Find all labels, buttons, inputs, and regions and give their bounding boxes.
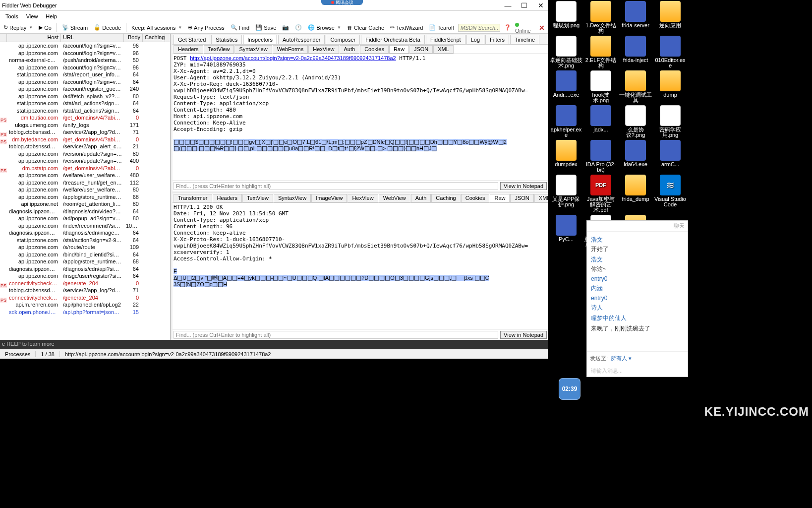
- col-caching[interactable]: Caching: [143, 34, 165, 42]
- tearoff-button[interactable]: 📄 Tearoff: [427, 23, 456, 32]
- session-row[interactable]: api.ippzone.com /applog/store_runtime_lo…: [0, 258, 170, 265]
- stream-button[interactable]: 📡 Stream: [60, 23, 90, 32]
- request-subtab-textview[interactable]: TextView: [204, 45, 234, 54]
- session-row[interactable]: PS dm.pstatp.com /get_domains/v4/?abi=ar…: [0, 165, 170, 172]
- desktop-icon[interactable]: ida64.exe: [619, 140, 652, 173]
- maximize-button[interactable]: ☐: [516, 0, 532, 11]
- desktop-icon[interactable]: dump: [653, 70, 687, 103]
- toolbar-close-icon[interactable]: ✕: [537, 24, 546, 32]
- request-url[interactable]: http://api.ippzone.com/account/login?sig…: [190, 55, 396, 61]
- menu-help[interactable]: Help: [42, 12, 61, 20]
- desktop-icon[interactable]: frida-inject: [619, 36, 652, 68]
- session-row[interactable]: diagnosis.ippzone.com /diagnosis/cdn/api…: [0, 265, 170, 273]
- session-row[interactable]: api.ippzone.com /s/route/route 109: [0, 244, 170, 251]
- clear-cache-button[interactable]: 🗑 Clear Cache: [345, 24, 386, 32]
- response-subtab-raw[interactable]: Raw: [490, 194, 510, 202]
- desktop-icon[interactable]: PDF Java加密与解密的艺术.pdf: [584, 175, 618, 213]
- desktop-icon[interactable]: 乂是APP保护.png: [549, 175, 583, 213]
- tab-statistics[interactable]: Statistics: [211, 35, 242, 44]
- any-process-button[interactable]: ⊕ Any Process: [186, 23, 227, 32]
- find-button[interactable]: 🔍 Find: [229, 23, 251, 32]
- session-row[interactable]: api.ippzone.com /treasure_hunt/get_entr.…: [0, 179, 170, 187]
- desktop-icon[interactable]: apkhelper.exe: [549, 105, 583, 138]
- desktop-icon[interactable]: frida_dump: [619, 175, 652, 213]
- session-row[interactable]: diagnosis.ippzone.com /diagnosis/cdn/vid…: [0, 208, 170, 215]
- chat-recipient-dropdown[interactable]: 所有人 ▾: [611, 355, 632, 362]
- menu-tools[interactable]: Tools: [1, 12, 22, 20]
- session-row[interactable]: PS dm.bytedance.com /get_domains/v4/?abi…: [0, 136, 170, 143]
- save-button[interactable]: 💾 Save: [253, 23, 278, 32]
- text-wizard-button[interactable]: ✏ TextWizard: [388, 23, 425, 32]
- request-subtab-syntaxview[interactable]: SyntaxView: [234, 45, 272, 54]
- tab-get-started[interactable]: Get Started: [174, 35, 210, 44]
- session-row[interactable]: stat.ippzone.com /stat/report_user_info?…: [0, 71, 170, 78]
- session-row[interactable]: api.ippzone.com /ad/popup_ad?sign=v2-f..…: [0, 215, 170, 222]
- session-row[interactable]: api.m.renren.com /api/phoneclient/opLog2…: [0, 301, 170, 309]
- session-row[interactable]: PS toblog.ctobsnssdk.c... /service/2/app…: [0, 128, 170, 136]
- tab-autoresponder[interactable]: AutoResponder: [278, 35, 325, 44]
- desktop-icon[interactable]: ≋ Visual Studio Code: [653, 175, 687, 213]
- tab-inspectors[interactable]: Inspectors: [243, 35, 277, 44]
- desktop-icon[interactable]: 1.Dex文件结构: [584, 1, 618, 34]
- session-row[interactable]: diagnosis.ippzone.com /diagnosis/cdn/ima…: [0, 229, 170, 237]
- tab-filters[interactable]: Filters: [485, 35, 509, 44]
- response-subtab-syntaxview[interactable]: SyntaxView: [274, 194, 311, 202]
- desktop-icon[interactable]: jadx...: [584, 105, 618, 138]
- msdn-search-input[interactable]: [458, 24, 500, 32]
- session-row[interactable]: api.ippzone.com /account/login?sign=v2-6…: [0, 64, 170, 71]
- response-raw-view[interactable]: HTTP/1.1 200 OK Date: Fri, 12 Nov 2021 1…: [173, 203, 548, 329]
- sessions-list[interactable]: api.ippzone.com /account/login?sign=v2-0…: [0, 42, 170, 340]
- response-subtab-headers[interactable]: Headers: [213, 194, 242, 202]
- session-row[interactable]: api.ippzone.com /applog/store_runtime_lo…: [0, 193, 170, 201]
- session-row[interactable]: api.ippzone.com /account/login?sign=v2-9…: [0, 50, 170, 57]
- col-url[interactable]: URL: [61, 34, 124, 42]
- desktop-icon[interactable]: 么是协议?.png: [619, 105, 652, 138]
- timer-button[interactable]: 🕐: [293, 23, 304, 32]
- request-subtab-hexview[interactable]: HexView: [308, 45, 339, 54]
- session-row[interactable]: api.ippzone.com /bind/bind_clientid?sign…: [0, 251, 170, 258]
- desktop-icon[interactable]: armC...: [653, 140, 687, 173]
- browse-button[interactable]: 🌐 Browse▼: [306, 23, 343, 32]
- desktop-icon[interactable]: Andr....exe: [549, 70, 583, 103]
- decode-button[interactable]: 🔓 Decode: [92, 23, 123, 32]
- chat-messages[interactable]: 浩文开始了浩文你这~entry0内涵entry0诗人瞳梦中的仙人来晚了，刚刚洗碗…: [587, 232, 688, 351]
- response-subtab-cookies[interactable]: Cookies: [461, 194, 490, 202]
- desktop-icon[interactable]: 2.ELF文件结构: [584, 36, 618, 68]
- go-button[interactable]: ▶ Go: [37, 23, 54, 32]
- tab-fiddlerscript[interactable]: FiddlerScript: [426, 35, 465, 44]
- request-raw-view[interactable]: POST http://api.ippzone.com/account/logi…: [173, 54, 548, 181]
- desktop-icon[interactable]: 逆向应用: [653, 1, 687, 34]
- chat-input[interactable]: 请输入消息...: [587, 365, 688, 377]
- session-row[interactable]: api.ippzone.com /msgc/user/register?sign…: [0, 272, 170, 280]
- col-icon[interactable]: [0, 34, 7, 42]
- request-notepad-button[interactable]: View in Notepad: [500, 182, 547, 190]
- response-subtab-imageview[interactable]: ImageView: [311, 194, 347, 202]
- session-row[interactable]: norma-external-coll... /push/android/ext…: [0, 57, 170, 64]
- session-row[interactable]: api.ippzone.com /account/register_guest?…: [0, 85, 170, 93]
- tab-log[interactable]: Log: [466, 35, 484, 44]
- session-row[interactable]: api.ippzone.com /welfare/user_welfare_d.…: [0, 172, 170, 179]
- tab-timeline[interactable]: Timeline: [510, 35, 539, 44]
- desktop-icon[interactable]: 一键化调试工具: [619, 70, 652, 103]
- col-body[interactable]: Body: [124, 34, 143, 42]
- keep-dropdown[interactable]: Keep: All sessions▼: [129, 24, 184, 32]
- request-subtab-headers[interactable]: Headers: [174, 45, 203, 54]
- request-find-input[interactable]: [174, 182, 498, 190]
- desktop-icon[interactable]: 010Editor.exe: [653, 36, 687, 68]
- session-row[interactable]: stat.ippzone.com /stat/ad_actions?sign=v…: [0, 107, 170, 115]
- request-subtab-raw[interactable]: Raw: [389, 45, 409, 54]
- response-subtab-xml[interactable]: XML: [534, 194, 548, 202]
- request-subtab-xml[interactable]: XML: [433, 45, 454, 54]
- response-subtab-caching[interactable]: Caching: [431, 194, 460, 202]
- session-row[interactable]: api.ippzone.com /version/update?sign=v2.…: [0, 157, 170, 165]
- desktop-icon[interactable]: frida-server: [619, 1, 652, 34]
- desktop-icon[interactable]: IDA Pro (32-bit): [584, 140, 618, 173]
- session-row[interactable]: toblog.ctobsnssdk.c... /service/2/app_al…: [0, 143, 170, 150]
- desktop-icon[interactable]: dumpdex: [549, 140, 583, 173]
- timer-bubble[interactable]: 02:39: [559, 378, 580, 400]
- tencent-meeting-bar[interactable]: 腾讯会议: [321, 0, 363, 5]
- desktop-icon[interactable]: 密码学应用.png: [653, 105, 687, 138]
- session-row[interactable]: toblog.ctobsnssdk.c... /service/2/app_lo…: [0, 287, 170, 294]
- session-row[interactable]: api.ippzone.com /version/update?sign=v2.…: [0, 150, 170, 158]
- session-row[interactable]: sdk.open.phone.ige... /api.php?format=js…: [0, 309, 170, 316]
